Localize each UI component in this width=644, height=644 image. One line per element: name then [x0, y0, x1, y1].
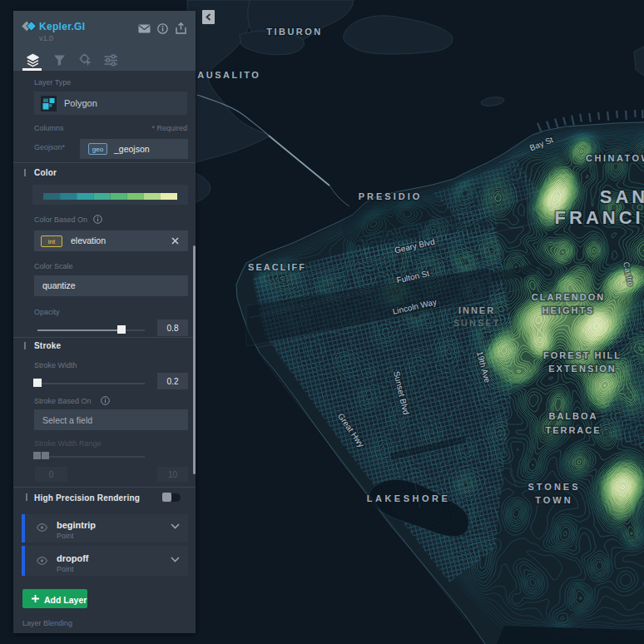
svg-text:TOWN: TOWN: [535, 495, 572, 505]
svg-text:SEACLIFF: SEACLIFF: [248, 262, 306, 272]
svg-text:CLARENDON: CLARENDON: [532, 292, 605, 302]
svg-text:SAN: SAN: [600, 186, 644, 207]
svg-text:HEIGHTS: HEIGHTS: [542, 305, 595, 315]
svg-text:INNER: INNER: [458, 305, 495, 315]
svg-text:BALBOA: BALBOA: [548, 411, 597, 421]
svg-text:PRESIDIO: PRESIDIO: [359, 191, 423, 201]
svg-text:EXTENSION: EXTENSION: [548, 364, 617, 374]
svg-text:LAKESHORE: LAKESHORE: [367, 493, 451, 503]
svg-text:CHINATOWN: CHINATOWN: [586, 153, 644, 163]
svg-text:STONES: STONES: [528, 482, 580, 492]
svg-text:SAUSALITO: SAUSALITO: [190, 70, 261, 80]
svg-text:TIBURON: TIBURON: [266, 27, 323, 37]
svg-text:TERRACE: TERRACE: [545, 425, 601, 435]
svg-text:FRANCISCO: FRANCISCO: [555, 207, 644, 228]
svg-text:FOREST HILL: FOREST HILL: [543, 350, 622, 360]
svg-text:SUNSET: SUNSET: [453, 318, 501, 328]
